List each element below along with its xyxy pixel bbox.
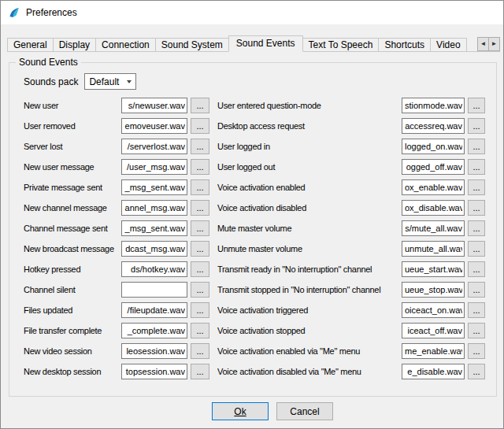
sound-file-input[interactable] [121,220,187,236]
sound-file-input[interactable] [121,159,187,175]
sound-file-input[interactable] [402,159,465,175]
sound-event-label: New desktop session [24,367,121,376]
sound-file-input[interactable] [402,241,465,257]
sound-file-input[interactable] [121,323,187,338]
browse-button[interactable]: ... [191,343,209,359]
browse-button[interactable]: ... [468,220,485,236]
sound-event-row: Voice activation stopped... [217,323,485,338]
browse-button[interactable]: ... [468,98,485,113]
sounds-pack-select[interactable]: Default [84,73,136,90]
browse-button[interactable]: ... [191,241,209,257]
sounds-pack-value: Default [89,76,119,87]
sound-event-row: Channel message sent... [24,220,209,236]
sound-file-input[interactable] [121,179,187,195]
browse-button[interactable]: ... [468,282,485,298]
sound-file-input[interactable] [402,364,465,379]
sound-file-input[interactable] [121,302,187,318]
sound-file-input[interactable] [402,139,465,154]
sound-event-row: Channel silent... [24,282,209,298]
tab-general[interactable]: General [7,38,54,52]
sound-file-input[interactable] [402,302,465,318]
browse-button[interactable]: ... [468,241,485,257]
app-logo-icon [8,6,20,19]
browse-button[interactable]: ... [468,323,485,338]
ok-button[interactable]: Ok [212,402,269,420]
sound-file-input[interactable] [402,343,465,359]
browse-button[interactable]: ... [468,302,485,318]
browse-button[interactable]: ... [468,139,485,154]
sound-event-row: Hotkey pressed... [24,261,209,277]
sound-file-input[interactable] [402,200,465,216]
browse-button[interactable]: ... [191,139,209,154]
sound-file-input[interactable] [121,200,187,216]
sound-events-column-right: User entered question-mode...Desktop acc… [217,98,485,384]
cancel-button-label: Cancel [290,406,319,417]
sound-event-row: New channel message... [24,200,209,216]
browse-button[interactable]: ... [191,179,209,195]
browse-button[interactable]: ... [191,282,209,298]
sound-event-label: Voice activation enabled [217,183,402,192]
browse-button[interactable]: ... [468,364,485,379]
dialog-buttons: Ok Cancel [20,402,504,420]
sound-file-input[interactable] [121,343,187,359]
browse-button[interactable]: ... [191,159,209,175]
sound-file-input[interactable] [402,282,465,298]
sound-events-group: Sound Events Sounds pack Default New use… [9,62,497,397]
sound-file-input[interactable] [402,220,465,236]
sound-event-label: New broadcast message [24,244,121,253]
tab-sound-events[interactable]: Sound Events [228,35,303,52]
sound-file-input[interactable] [402,118,465,134]
sound-event-label: File transfer complete [24,326,121,335]
sound-event-row: User entered question-mode... [217,98,485,113]
sound-event-row: File transfer complete... [24,323,209,338]
sound-file-input[interactable] [121,282,187,298]
browse-button[interactable]: ... [191,261,209,277]
ok-button-label: Ok [234,406,246,417]
browse-button[interactable]: ... [191,302,209,318]
sound-file-input[interactable] [121,98,187,113]
sound-file-input[interactable] [402,261,465,277]
browse-button[interactable]: ... [468,179,485,195]
browse-button[interactable]: ... [191,323,209,338]
sound-event-label: New channel message [24,203,121,213]
browse-button[interactable]: ... [191,98,209,113]
sound-file-input[interactable] [121,241,187,257]
browse-button[interactable]: ... [468,343,485,359]
sound-event-row: New broadcast message... [24,241,209,257]
sound-file-input[interactable] [402,179,465,195]
browse-button[interactable]: ... [191,200,209,216]
sound-event-row: New video session... [24,343,209,359]
sound-event-row: New desktop session... [24,364,209,379]
sound-event-label: Files updated [24,305,121,315]
tab-shortcuts[interactable]: Shortcuts [378,38,431,52]
tab-video[interactable]: Video [430,38,466,52]
tab-text-to-speech[interactable]: Text To Speech [302,38,380,52]
tab-scroll-left-button[interactable]: ◄ [477,37,489,51]
tab-display[interactable]: Display [53,38,96,52]
tab-connection[interactable]: Connection [95,38,156,52]
browse-button[interactable]: ... [468,261,485,277]
sound-file-input[interactable] [402,323,465,338]
sound-event-label: Voice activation stopped [217,326,402,335]
sound-event-row: User logged in... [217,139,485,154]
tab-sound-system[interactable]: Sound System [155,38,229,52]
browse-button[interactable]: ... [468,118,485,134]
browse-button[interactable]: ... [191,118,209,134]
titlebar[interactable]: Preferences [1,1,503,24]
sounds-pack-row: Sounds pack Default [24,73,136,90]
sound-file-input[interactable] [121,139,187,154]
sound-file-input[interactable] [402,98,465,113]
sound-event-label: Channel silent [24,285,121,294]
cancel-button[interactable]: Cancel [276,402,333,420]
sound-event-row: Voice activation disabled... [217,200,485,216]
tab-scroll-right-button[interactable]: ► [488,37,500,51]
sound-event-label: Transmit stopped in "No interruption" ch… [217,285,402,294]
sound-file-input[interactable] [121,118,187,134]
sound-file-input[interactable] [121,364,187,379]
browse-button[interactable]: ... [468,159,485,175]
sound-file-input[interactable] [121,261,187,277]
browse-button[interactable]: ... [191,220,209,236]
sound-event-row: New user... [24,98,209,113]
browse-button[interactable]: ... [468,200,485,216]
browse-button[interactable]: ... [191,364,209,379]
